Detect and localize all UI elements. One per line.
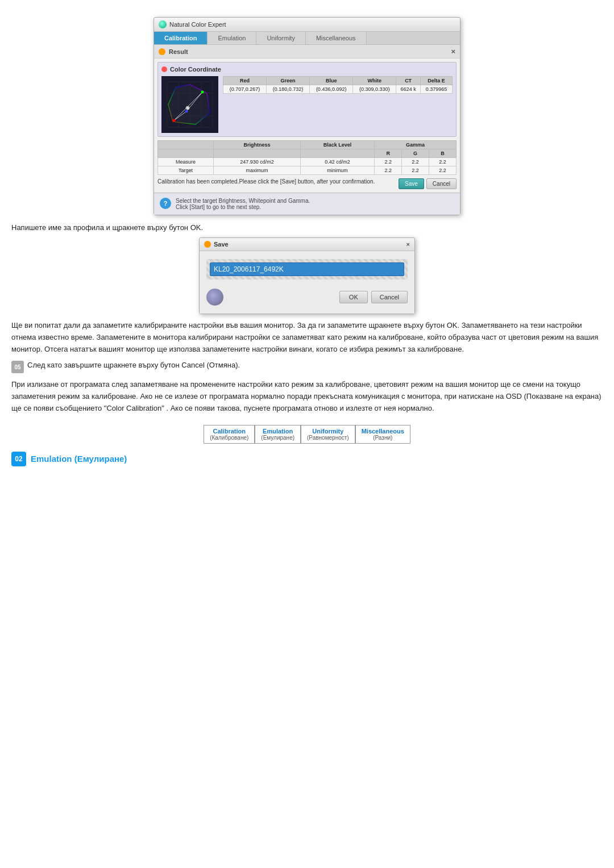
- calibration-message-row: Calibration has been completed.Please cl…: [157, 178, 457, 189]
- app-title: Natural Color Expert: [169, 21, 226, 28]
- brow-b-target: 2.2: [429, 166, 457, 175]
- cancel-button-app[interactable]: Cancel: [426, 178, 457, 189]
- save-button[interactable]: Save: [399, 178, 424, 189]
- app-window: Natural Color Expert Calibration Emulati…: [154, 17, 460, 215]
- calibration-message-text: Calibration has been completed.Please cl…: [157, 178, 394, 185]
- bth-b: B: [429, 149, 457, 158]
- step-05-text: След като завършите щракнете върху бутон…: [27, 361, 603, 369]
- col-header-blue: Blue: [310, 77, 353, 85]
- section-02-heading: 02 Emulation (Емулиране): [11, 452, 603, 466]
- val-white: (0.309,0.330): [353, 85, 396, 94]
- help-line1: Select the target Brightness, Whitepoint…: [176, 198, 310, 204]
- brow-r-target: 2.2: [375, 166, 402, 175]
- profile-name-input[interactable]: [210, 262, 404, 276]
- brow-label-target: Target: [158, 166, 214, 175]
- col-header-white: White: [353, 77, 396, 85]
- svg-point-14: [201, 91, 204, 94]
- brow-brightness-measure: 247.930 cd/m2: [214, 158, 301, 166]
- tab-emulation[interactable]: Emulation: [208, 32, 256, 44]
- save-input-area: [206, 259, 408, 279]
- section-02-title: Emulation (Емулиране): [31, 454, 127, 464]
- result-label: Result: [169, 48, 188, 55]
- calibration-buttons: Save Cancel: [399, 178, 457, 189]
- brow-brightness-target: maximum: [214, 166, 301, 175]
- brightness-section: Brightness Black Level Gamma R G B: [157, 140, 457, 175]
- app-titlebar: Natural Color Expert: [154, 18, 460, 32]
- brow-g-target: 2.2: [402, 166, 429, 175]
- bth-r: R: [375, 149, 402, 158]
- color-values-table: Red Green Blue White CT Delta E (0.707,0…: [223, 76, 453, 94]
- save-dialog-close[interactable]: ×: [406, 241, 410, 248]
- brow-g-measure: 2.2: [402, 158, 429, 166]
- brightness-table: Brightness Black Level Gamma R G B: [157, 140, 457, 175]
- svg-point-16: [185, 110, 188, 113]
- diagram-tab-emulation: Emulation (Емулиране): [255, 425, 301, 444]
- coord-inner: Red Green Blue White CT Delta E (0.707,0…: [161, 76, 453, 133]
- help-line2: Click [Start] to go to the next step.: [176, 204, 310, 210]
- panel-body: Result × Color Coordinate: [154, 45, 460, 215]
- cie-diagram: [161, 76, 218, 133]
- coord-dot: [161, 66, 167, 72]
- svg-point-17: [186, 107, 189, 109]
- help-bar: ? Select the target Brightness, Whitepoi…: [154, 193, 460, 215]
- col-header-red: Red: [223, 77, 267, 85]
- paragraph-1: Ще ви попитат дали да запаметите калибри…: [11, 320, 603, 355]
- app-icon: [159, 20, 167, 28]
- val-deltae: 0.379965: [421, 85, 453, 94]
- bth-brightness: Brightness: [214, 141, 301, 149]
- tab-miscellaneous[interactable]: Miscellaneous: [306, 32, 367, 44]
- diagram-tab-calibration: Calibration (Калиброване): [204, 425, 255, 444]
- result-label-row: Result: [159, 48, 188, 55]
- bth-empty3: [214, 149, 301, 158]
- save-footer-logo: [206, 289, 223, 306]
- save-titlebar: Save ×: [200, 238, 414, 251]
- bth-empty2: [158, 149, 214, 158]
- ok-button[interactable]: OK: [339, 291, 368, 303]
- brow-black-target: minimum: [300, 166, 374, 175]
- color-table-area: Red Green Blue White CT Delta E (0.707,0…: [223, 76, 453, 133]
- body-text-1: Напишете име за профила и щракнете върху…: [11, 223, 603, 232]
- color-coordinate-section: Color Coordinate: [157, 62, 457, 137]
- svg-point-15: [173, 119, 176, 122]
- col-header-deltae: Delta E: [421, 77, 453, 85]
- brightness-row-target: Target maximum minimum 2.2 2.2 2.2: [158, 166, 457, 175]
- bth-empty: [158, 141, 214, 149]
- tab-calibration[interactable]: Calibration: [154, 32, 208, 44]
- help-text: Select the target Brightness, Whitepoint…: [176, 198, 310, 210]
- bth-blacklevel: Black Level: [300, 141, 374, 149]
- val-green: (0.180,0.732): [267, 85, 310, 94]
- paragraph-2: При излизане от програмата след запаметя…: [11, 379, 603, 414]
- save-body: OK Cancel: [200, 251, 414, 314]
- brow-r-measure: 2.2: [375, 158, 402, 166]
- brow-black-measure: 0.42 cd/m2: [300, 158, 374, 166]
- brightness-row-measure: Measure 247.930 cd/m2 0.42 cd/m2 2.2 2.2…: [158, 158, 457, 166]
- brow-label-measure: Measure: [158, 158, 214, 166]
- col-header-ct: CT: [396, 77, 421, 85]
- val-blue: (0.436,0.092): [310, 85, 353, 94]
- diagram-tab-miscellaneous: Miscellaneous (Разни): [355, 425, 410, 444]
- val-red: (0.707,0.267): [223, 85, 267, 94]
- save-titlebar-left: Save: [204, 241, 229, 248]
- tabs-row: Calibration Emulation Uniformity Miscell…: [154, 32, 460, 45]
- table-row: (0.707,0.267) (0.180,0.732) (0.436,0.092…: [223, 85, 453, 94]
- tabs-diagram: Calibration (Калиброване) Emulation (Ему…: [11, 425, 603, 444]
- close-button[interactable]: ×: [451, 47, 455, 56]
- save-dialog-icon: [204, 241, 211, 248]
- tab-uniformity[interactable]: Uniformity: [256, 32, 306, 44]
- save-footer: OK Cancel: [206, 286, 408, 306]
- save-dialog: Save × OK Cancel: [199, 237, 415, 314]
- result-bar: Result ×: [154, 45, 460, 59]
- step-05-row: 05 След като завършите щракнете върху бу…: [11, 361, 603, 373]
- section-02-badge: 02: [11, 452, 26, 466]
- diagram-tab-uniformity: Uniformity (Равномерност): [301, 425, 355, 444]
- save-dialog-title: Save: [214, 241, 229, 248]
- bth-empty4: [300, 149, 374, 158]
- bth-gamma: Gamma: [375, 141, 457, 149]
- color-coord-title: Color Coordinate: [161, 66, 453, 73]
- cancel-button-dialog[interactable]: Cancel: [371, 291, 408, 303]
- bth-g: G: [402, 149, 429, 158]
- result-icon: [159, 48, 165, 55]
- step-05-badge: 05: [11, 361, 24, 373]
- help-icon: ?: [160, 198, 171, 209]
- brow-b-measure: 2.2: [429, 158, 457, 166]
